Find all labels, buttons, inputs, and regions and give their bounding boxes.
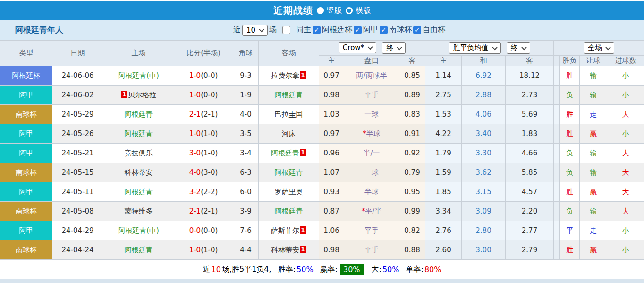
table-header: 类型 日期 主场 比分(半场) 角球 客场 Crow* 终 胜平负均值 [0, 41, 644, 66]
away-team: 拉费尔拿1 [259, 66, 319, 86]
handicap-result-cell: 赢 [580, 124, 607, 144]
avg-home-odds: 2.76 [425, 221, 462, 240]
handicap-cell: 一球 [344, 163, 399, 182]
corner-cell: 4-0 [233, 105, 259, 124]
page-title: 近期战绩 [273, 4, 313, 17]
match-date: 24-06-06 [52, 66, 103, 86]
league-checkbox-3[interactable]: ✓ [413, 26, 421, 34]
corner-cell: 1-9 [233, 86, 259, 105]
avg-home-odds: 2.60 [425, 240, 462, 260]
chevron-down-icon [259, 26, 264, 32]
handicap-line: 一球 [364, 110, 379, 119]
away-team-name: 拉费尔拿 [271, 71, 299, 80]
scope-select[interactable]: 全场 [584, 42, 614, 54]
avg-away-odds: 1.83 [506, 124, 554, 144]
goals-cell: 大 [607, 105, 644, 124]
league-label-1: 阿甲 [363, 25, 378, 35]
odds-home: 1.03 [319, 105, 344, 124]
odds-away: 0.82 [399, 221, 425, 240]
odds-away: 0.89 [399, 86, 425, 105]
spacer-cell [554, 144, 560, 163]
avg-home-odds: 1.59 [425, 163, 462, 182]
handicap-line: 半/一 [363, 149, 380, 157]
corner-cell: 9-3 [233, 66, 259, 86]
handicap-line: 平手 [364, 246, 379, 254]
odds-home: 0.93 [319, 182, 344, 202]
result-cell: 负 [560, 163, 580, 182]
home-team: 阿根廷青 [103, 124, 174, 144]
radio-unselected-icon[interactable] [346, 7, 353, 14]
subcol-avg-draw: 和 [462, 56, 506, 66]
league-checkbox-1[interactable]: ✓ [354, 26, 362, 34]
col-away: 客场 [259, 41, 319, 66]
result-cell: 胜 [560, 240, 580, 260]
away-team-name: 科林蒂安 [271, 246, 299, 254]
subcol-handicap-result: 让球 [580, 56, 607, 66]
home-team: 1贝尔格拉 [103, 86, 174, 105]
odds-away: 0.91 [399, 124, 425, 144]
odds-home: 0.97 [319, 66, 344, 86]
avg-time-select[interactable]: 终 [507, 42, 530, 54]
goals-cell: 小 [607, 240, 644, 260]
spacer-cell [554, 182, 560, 202]
handicap-cell: *平/半 [344, 202, 399, 221]
horizontal-label: 横版 [356, 6, 371, 16]
home-team-name: 阿根廷青(中) [118, 226, 159, 235]
score-cell: 1-0(1-0) [174, 124, 233, 144]
home-team-name: 阿根廷青 [125, 110, 153, 119]
avg-draw-odds: 6.92 [462, 66, 506, 86]
same-venue-checkbox[interactable]: ✓ [282, 26, 290, 34]
col-type: 类型 [0, 41, 52, 66]
avg-away-odds: 18.12 [506, 66, 554, 86]
avg-home-odds: 4.22 [425, 124, 462, 144]
home-team-name: 阿根廷青 [125, 129, 153, 138]
col-corner: 角球 [233, 41, 259, 66]
team-name: 阿根廷青年人 [15, 25, 63, 35]
avg-draw-odds: 3.15 [462, 182, 506, 202]
red-card-badge: 1 [300, 149, 306, 156]
league-badge: 南球杯 [0, 240, 52, 260]
halftime-score: (0-0) [201, 71, 218, 80]
spacer-cell [554, 105, 560, 124]
avg-type-select[interactable]: 胜平负均值 [449, 42, 501, 54]
chevron-down-icon [605, 44, 610, 50]
away-team: 阿根廷青 [259, 86, 319, 105]
odds-company-select[interactable]: Crow* [339, 42, 376, 53]
avg-away-odds: 2.73 [506, 86, 554, 105]
result-cell: 负 [560, 144, 580, 163]
away-team: 阿根廷青 [259, 163, 319, 182]
away-team-name: 罗萨里奥 [275, 188, 303, 196]
league-checkbox-0[interactable]: ✓ [313, 26, 321, 34]
handicap-cell: 半/一 [344, 144, 399, 163]
away-team: 萨斯菲尔1 [259, 221, 319, 240]
profit-rate-label: 赢率: [320, 265, 338, 274]
away-team: 巴拉圭国 [259, 105, 319, 124]
result-cell: 负 [560, 202, 580, 221]
away-team: 阿根廷青 [259, 202, 319, 221]
avg-draw-odds: 4.06 [462, 105, 506, 124]
match-count-select[interactable]: 10 [242, 25, 268, 36]
odds-time-select[interactable]: 终 [382, 42, 406, 54]
match-date: 24-04-24 [52, 240, 103, 260]
layout-option-horizontal[interactable]: 横版 [346, 6, 371, 16]
radio-selected-icon[interactable] [317, 7, 324, 14]
away-team-name: 巴拉圭国 [275, 110, 303, 119]
halftime-score: (2-2) [201, 188, 218, 196]
result-cell: 胜 [560, 124, 580, 144]
big-rate-value: 50% [382, 265, 399, 274]
handicap-result-cell: 输 [580, 144, 607, 163]
home-team: 阿根廷青(中) [103, 221, 174, 240]
big-rate-label: 大: [372, 265, 381, 274]
results-body: 阿根廷杯 24-06-06 阿根廷青(中) 1-0(0-0) 9-3 拉费尔拿1… [0, 66, 644, 260]
league-badge: 阿甲 [0, 124, 52, 144]
league-checkbox-2[interactable]: ✓ [380, 26, 388, 34]
goals-cell: 小 [607, 124, 644, 144]
results-table: 类型 日期 主场 比分(半场) 角球 客场 Crow* 终 胜平负均值 [0, 40, 644, 260]
col-date: 日期 [52, 41, 103, 66]
handicap-cell: 平手 [344, 86, 399, 105]
layout-option-vertical[interactable]: 竖版 [317, 6, 342, 16]
match-date: 24-06-02 [52, 86, 103, 105]
odds-away: 0.95 [399, 182, 425, 202]
league-badge: 南球杯 [0, 163, 52, 182]
halftime-score: (0-0) [201, 91, 218, 99]
